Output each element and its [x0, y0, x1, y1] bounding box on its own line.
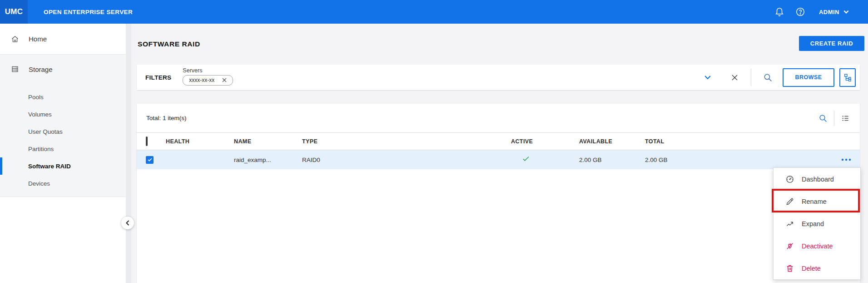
sidebar-gutter: [126, 24, 131, 283]
col-header-health[interactable]: HEALTH: [166, 138, 234, 145]
menu-item-label: Rename: [802, 198, 827, 205]
menu-item-expand[interactable]: Expand: [774, 212, 860, 235]
deactivate-unplug-icon: [785, 242, 794, 251]
available-cell: 2.00 GB: [579, 157, 645, 163]
sidebar-item-storage[interactable]: Storage: [0, 55, 126, 84]
raid-table-card: Total: 1 item(s) HEALTH NAME TYPE ACTIVE: [137, 104, 860, 283]
app-root: UMC OPEN ENTERPRISE SERVER ADMIN Home: [0, 0, 868, 283]
help-icon[interactable]: [795, 7, 805, 17]
row-context-menu: Dashboard Rename Expand Deactivate Delet…: [773, 167, 861, 280]
home-icon: [11, 35, 19, 43]
active-check-icon: [522, 155, 530, 163]
sidebar-item-volumes[interactable]: Volumes: [0, 106, 126, 123]
menu-item-dashboard[interactable]: Dashboard: [774, 168, 860, 190]
sidebar-home-label: Home: [29, 35, 47, 43]
topbar-actions: ADMIN: [774, 7, 868, 17]
server-filter-tag-value: xxxx-xx-xx: [189, 77, 214, 83]
menu-item-rename[interactable]: Rename: [774, 190, 860, 212]
col-header-type[interactable]: TYPE: [302, 138, 511, 145]
servers-filter-label: Servers: [183, 67, 233, 74]
top-bar: UMC OPEN ENTERPRISE SERVER ADMIN: [0, 0, 868, 24]
table-toolbar-actions: [818, 111, 850, 126]
raid-name-cell: raid_examp...: [234, 157, 302, 163]
menu-item-deactivate[interactable]: Deactivate: [774, 235, 860, 257]
table-header-row: HEALTH NAME TYPE ACTIVE AVAILABLE TOTAL: [137, 132, 860, 150]
product-name: OPEN ENTERPRISE SERVER: [44, 9, 133, 15]
sidebar-item-label: Software RAID: [28, 163, 71, 170]
raid-type-cell: RAID0: [302, 157, 511, 163]
create-raid-button[interactable]: CREATE RAID: [799, 36, 864, 51]
user-name: ADMIN: [819, 9, 839, 15]
ellipsis-icon: [841, 158, 852, 162]
col-header-name[interactable]: NAME: [234, 138, 302, 145]
main-content: SOFTWARE RAID CREATE RAID FILTERS Server…: [131, 24, 868, 283]
sidebar-item-label: Volumes: [28, 111, 52, 118]
page-title: SOFTWARE RAID: [138, 40, 200, 48]
col-header-total[interactable]: TOTAL: [645, 138, 833, 145]
sidebar-item-pools[interactable]: Pools: [0, 88, 126, 106]
clear-filters-icon[interactable]: [730, 73, 739, 82]
sidebar-item-label: Partitions: [28, 146, 54, 152]
sidebar-item-label: Pools: [28, 94, 44, 101]
total-items-text: Total: 1 item(s): [146, 115, 187, 121]
collapse-sidebar-button[interactable]: [121, 217, 134, 229]
sidebar-item-user-quotas[interactable]: User Quotas: [0, 123, 126, 140]
select-all-checkbox[interactable]: [146, 136, 148, 146]
sidebar-item-home[interactable]: Home: [0, 24, 126, 55]
notifications-bell-icon[interactable]: [774, 7, 784, 17]
table-row[interactable]: raid_examp... RAID0 2.00 GB 2.00 GB: [137, 150, 860, 169]
col-header-active[interactable]: ACTIVE: [511, 138, 579, 145]
storage-sub-list: Pools Volumes User Quotas Partitions Sof…: [0, 84, 126, 196]
total-cell: 2.00 GB: [645, 157, 833, 163]
server-filter-tag[interactable]: xxxx-xx-xx: [183, 75, 233, 86]
browse-button[interactable]: BROWSE: [783, 68, 834, 87]
user-menu[interactable]: ADMIN: [819, 8, 850, 15]
remove-tag-icon[interactable]: [222, 77, 227, 83]
menu-item-label: Deactivate: [802, 243, 833, 250]
sidebar-item-devices[interactable]: Devices: [0, 175, 126, 192]
sidebar-item-software-raid[interactable]: Software RAID: [0, 157, 126, 175]
pencil-icon: [785, 197, 794, 206]
toolbar-divider: [834, 111, 834, 126]
row-actions-button[interactable]: [833, 158, 860, 162]
sidebar-storage-group: Storage Pools Volumes User Quotas Partit…: [0, 55, 126, 197]
filter-divider: [751, 69, 751, 86]
menu-item-label: Dashboard: [802, 176, 834, 183]
sidebar: Home Storage Pools Volumes User Quotas P…: [0, 24, 126, 283]
sidebar-item-label: User Quotas: [28, 128, 63, 135]
menu-item-delete[interactable]: Delete: [774, 257, 860, 279]
expand-trend-icon: [785, 219, 794, 228]
expand-filters-chevron-icon[interactable]: [703, 73, 712, 82]
umc-logo[interactable]: UMC: [0, 0, 28, 24]
table-toolbar: Total: 1 item(s): [137, 104, 860, 132]
sidebar-item-label: Devices: [28, 180, 50, 187]
chevron-down-icon: [843, 8, 850, 15]
row-checkbox[interactable]: [146, 156, 154, 164]
trash-icon: [785, 264, 794, 273]
tree-view-button[interactable]: [839, 68, 856, 87]
column-settings-icon[interactable]: [841, 114, 850, 123]
col-header-available[interactable]: AVAILABLE: [579, 138, 645, 145]
sidebar-storage-label: Storage: [29, 66, 53, 73]
table-search-icon[interactable]: [818, 114, 828, 123]
sidebar-item-partitions[interactable]: Partitions: [0, 140, 126, 157]
servers-filter-field: Servers xxxx-xx-xx: [183, 65, 233, 86]
dashboard-icon: [785, 175, 794, 184]
filters-label: FILTERS: [145, 74, 171, 81]
tree-icon: [843, 73, 852, 81]
filter-bar: FILTERS Servers xxxx-xx-xx: [137, 65, 860, 90]
filter-search-icon[interactable]: [763, 73, 773, 82]
menu-item-label: Expand: [802, 220, 824, 227]
menu-item-label: Delete: [802, 265, 821, 272]
storage-icon: [11, 65, 19, 73]
